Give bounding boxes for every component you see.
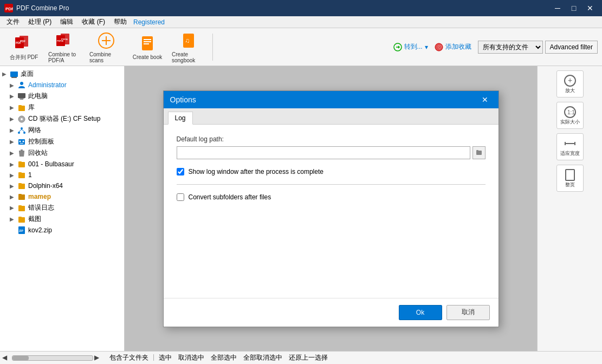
- zoom-actual-icon: 1:1: [564, 106, 577, 119]
- svg-rect-26: [18, 106, 25, 111]
- browse-icon: [476, 150, 482, 156]
- restore-action[interactable]: 还原上一选择: [287, 353, 330, 362]
- menu-edit[interactable]: 编辑: [56, 16, 77, 28]
- goto-label: 转到...: [404, 42, 423, 51]
- tree-item-administrator[interactable]: ▶ Administrator: [0, 80, 124, 90]
- prev-button[interactable]: ◀: [2, 354, 11, 362]
- svg-rect-24: [19, 98, 24, 99]
- tree-item-screenshot[interactable]: ▶ 截图: [0, 213, 124, 225]
- svg-point-36: [20, 140, 21, 142]
- combine-scans-label: Combine scans: [89, 51, 123, 63]
- arrow-icon: ▶: [10, 150, 17, 156]
- tree-recycle-label: 回收站: [28, 148, 122, 158]
- svg-rect-46: [18, 183, 22, 184]
- next-button[interactable]: ▶: [94, 354, 103, 362]
- svg-rect-40: [21, 150, 23, 151]
- tree-administrator-label: Administrator: [28, 81, 122, 89]
- tree-item-thispc[interactable]: ▶ 此电脑: [0, 90, 124, 102]
- favorite-icon: ♡: [435, 43, 443, 51]
- tree-item-recycle[interactable]: ▶ 回收站: [0, 147, 124, 159]
- tree-errorlog-label: 错误日志: [28, 203, 122, 212]
- select-all-action[interactable]: 全部选中: [209, 353, 239, 362]
- goto-dropdown-icon[interactable]: ▾: [425, 43, 428, 51]
- registered-label: Registered: [133, 18, 165, 26]
- include-subfolders-action[interactable]: 包含子文件夹: [107, 353, 151, 362]
- tree-1-label: 1: [28, 171, 122, 179]
- log-path-input[interactable]: [177, 146, 470, 159]
- tree-root-desktop[interactable]: ▶ 桌面: [0, 68, 124, 80]
- log-path-label: Default log path:: [177, 135, 486, 143]
- zoom-width-button[interactable]: 适应宽度: [556, 133, 584, 160]
- tab-log[interactable]: Log: [168, 112, 193, 125]
- show-log-label: Show log window after the process is com…: [189, 168, 323, 176]
- tree-item-1[interactable]: ▶ 1: [0, 170, 124, 180]
- tree-cd-label: CD 驱动器 (E:) CF Setup: [28, 114, 122, 123]
- menu-process[interactable]: 处理 (P): [24, 16, 56, 28]
- svg-rect-23: [18, 93, 25, 98]
- tree-item-bulbasaur[interactable]: ▶ 001 - Bulbasaur: [0, 159, 124, 170]
- cancel-button[interactable]: 取消: [446, 305, 490, 320]
- arrow-icon: ▶: [10, 139, 17, 145]
- create-songbook-button[interactable]: ♫ Create songbook: [169, 31, 208, 63]
- browse-button[interactable]: [472, 146, 486, 159]
- svg-text:♡: ♡: [437, 44, 442, 50]
- zoom-page-button[interactable]: 整页: [556, 165, 584, 192]
- goto-action[interactable]: 转到... ▾: [393, 42, 428, 51]
- ok-button[interactable]: Ok: [399, 305, 442, 320]
- deselect-action[interactable]: 取消选中: [176, 353, 206, 362]
- svg-point-31: [18, 132, 20, 134]
- svg-rect-55: [476, 151, 482, 155]
- tree-item-dolphin[interactable]: ▶ Dolphin-x64: [0, 180, 124, 191]
- convert-subfolders-checkbox[interactable]: [177, 193, 184, 201]
- merge-pdf-button[interactable]: PDF PDF 合并到 PDF: [4, 31, 43, 63]
- svg-rect-39: [19, 151, 24, 152]
- combine-pdfa-button[interactable]: PDF/A PDF/A Combine to PDF/A: [46, 31, 85, 63]
- maximize-button[interactable]: □: [566, 3, 581, 14]
- show-log-row[interactable]: Show log window after the process is com…: [177, 168, 486, 176]
- minimize-button[interactable]: ─: [550, 3, 565, 14]
- menu-bar: 文件 处理 (P) 编辑 收藏 (F) 帮助 Registered: [0, 16, 602, 28]
- app-icon: PDF: [4, 4, 13, 12]
- tree-item-network[interactable]: ▶ 网络: [0, 125, 124, 136]
- controlpanel-icon: [17, 138, 26, 146]
- menu-favorites[interactable]: 收藏 (F): [77, 16, 109, 28]
- combine-scans-icon: [96, 31, 116, 50]
- svg-rect-52: [18, 217, 22, 218]
- tree-bulbasaur-label: 001 - Bulbasaur: [28, 160, 122, 168]
- svg-text:PDF/A: PDF/A: [61, 38, 68, 41]
- tree-item-cd[interactable]: ▶ CD 驱动器 (E:) CF Setup: [0, 113, 124, 125]
- select-action[interactable]: 选中: [157, 353, 174, 362]
- zoom-actual-button[interactable]: 1:1 实际大小: [556, 102, 584, 129]
- user-icon: [17, 81, 26, 89]
- svg-rect-44: [18, 172, 22, 173]
- menu-file[interactable]: 文件: [2, 16, 24, 28]
- dialog-close-button[interactable]: ✕: [478, 93, 492, 107]
- deselect-all-action[interactable]: 全部取消选中: [241, 353, 284, 362]
- tree-item-errorlog[interactable]: ▶ 错误日志: [0, 202, 124, 213]
- tree-item-kov2zip[interactable]: ZIP kov2.zip: [0, 225, 124, 236]
- tree-item-mamep[interactable]: ▶ mamep: [0, 191, 124, 202]
- combine-scans-button[interactable]: Combine scans: [87, 31, 126, 63]
- svg-rect-42: [18, 161, 22, 162]
- tree-item-controlpanel[interactable]: ▶ 控制面板: [0, 136, 124, 147]
- add-favorite-action[interactable]: ♡ 添加收藏: [435, 42, 471, 51]
- create-book-button[interactable]: Create book: [128, 31, 167, 63]
- show-log-checkbox[interactable]: [177, 168, 184, 176]
- advanced-filter-button[interactable]: Advanced filter: [545, 41, 598, 54]
- svg-rect-48: [18, 194, 22, 195]
- arrow-icon: ▶: [10, 216, 17, 222]
- zoom-in-button[interactable]: + 放大: [556, 70, 584, 98]
- zip-icon: ZIP: [17, 226, 26, 235]
- arrow-icon: ▶: [10, 82, 17, 88]
- merge-pdf-icon: PDF PDF: [14, 33, 34, 53]
- bottom-toolbar: ◀ ▶ 包含子文件夹 | 选中 取消选中 全部选中 全部取消选中 还原上一选择: [0, 351, 602, 364]
- window-controls: ─ □ ✕: [550, 3, 598, 14]
- tree-item-library[interactable]: ▶ 库: [0, 102, 124, 113]
- menu-help[interactable]: 帮助: [109, 16, 131, 28]
- tree-thispc-label: 此电脑: [28, 92, 122, 101]
- file-filter-select[interactable]: 所有支持的文件: [478, 41, 543, 54]
- close-button[interactable]: ✕: [582, 3, 598, 14]
- convert-subfolders-row[interactable]: Convert subfolders after files: [177, 193, 486, 201]
- dialog-body: Default log path:: [164, 125, 499, 298]
- svg-rect-38: [20, 143, 23, 144]
